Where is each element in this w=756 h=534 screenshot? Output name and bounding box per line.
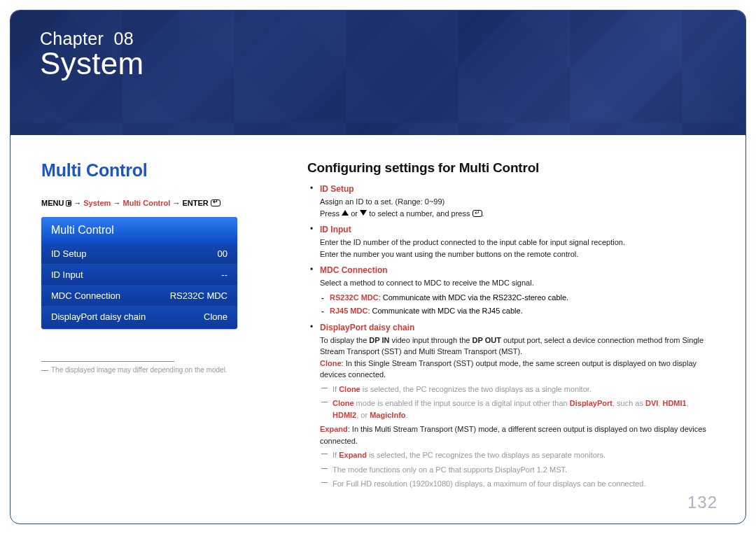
- text: To display the: [320, 336, 369, 344]
- hl: Clone: [332, 399, 354, 407]
- text: is selected, the PC recognizes the two d…: [360, 385, 592, 393]
- osd-value: Clone: [204, 311, 227, 322]
- item-body: To display the DP IN video input through…: [320, 335, 715, 358]
- footnote-text: The displayed image may differ depending…: [51, 366, 227, 374]
- item-head: ID Setup: [320, 184, 715, 194]
- text: ,: [687, 399, 689, 407]
- note-clone-single: If Clone is selected, the PC recognizes …: [320, 384, 715, 395]
- osd-title: Multi Control: [41, 217, 237, 244]
- osd-row-id-setup: ID Setup 00: [41, 244, 237, 264]
- osd-label: MDC Connection: [51, 290, 120, 301]
- text: If: [332, 385, 339, 393]
- text: video input through the: [389, 336, 472, 344]
- chapter-title: System: [40, 46, 720, 81]
- item-mdc-connection: MDC Connection Select a method to connec…: [307, 265, 715, 317]
- up-arrow-icon: [342, 210, 349, 216]
- expand-hl: Expand: [320, 425, 348, 433]
- text: , such as: [612, 399, 645, 407]
- menu-icon: III: [66, 200, 71, 206]
- text: is selected, the PC recognizes the two d…: [367, 451, 606, 459]
- text: Press: [320, 209, 342, 218]
- hl: Expand: [339, 451, 367, 459]
- note-fullhd: For Full HD resolution (1920x1080) displ…: [320, 478, 715, 490]
- clone-hl: Clone: [320, 359, 342, 367]
- chapter-banner: Chapter 08 System: [10, 10, 746, 135]
- breadcrumb-enter: ENTER: [182, 199, 208, 207]
- enter-icon: [211, 199, 220, 206]
- breadcrumb-arrow-2: →: [113, 199, 120, 207]
- bold-text: DP OUT: [472, 336, 501, 344]
- page-number: 132: [687, 493, 718, 512]
- sub-hl: RJ45 MDC: [330, 307, 368, 315]
- osd-row-dp: DisplayPort daisy chain Clone: [41, 306, 237, 329]
- sub-rj45: RJ45 MDC: Communicate with MDC via the R…: [320, 305, 715, 317]
- osd-row-mdc: MDC Connection RS232C MDC: [41, 285, 237, 306]
- osd-label: ID Setup: [51, 248, 87, 259]
- breadcrumb-multi: Multi Control: [123, 199, 171, 207]
- breadcrumb-arrow-3: →: [172, 199, 180, 207]
- item-head: MDC Connection: [320, 265, 715, 275]
- item-body: Press or to select a number, and press .: [320, 208, 715, 220]
- text: or: [349, 209, 360, 218]
- hl: DVI: [645, 399, 658, 407]
- breadcrumb-system: System: [83, 199, 111, 207]
- osd-label: ID Input: [51, 269, 83, 280]
- config-title: Configuring settings for Multi Control: [307, 160, 715, 176]
- text: , or: [356, 411, 370, 419]
- text: : In this Multi Stream Transport (MST) m…: [320, 425, 706, 445]
- dash-icon: ―: [41, 366, 48, 374]
- osd-label: DisplayPort daisy chain: [51, 311, 146, 322]
- section-title: Multi Control: [41, 160, 279, 181]
- item-body: Assign an ID to a set. (Range: 0~99): [320, 196, 715, 208]
- text: : In this Single Stream Transport (SST) …: [320, 359, 696, 379]
- osd-value: --: [221, 269, 227, 280]
- breadcrumb-arrow-1: →: [74, 199, 81, 207]
- note-mst-support: The mode functions only on a PC that sup…: [320, 464, 715, 476]
- hl: Clone: [339, 385, 360, 393]
- chapter-prefix-text: Chapter: [40, 29, 104, 48]
- sub-rs232c: RS232C MDC: Communicate with MDC via the…: [320, 292, 715, 304]
- hl: HDMI1: [662, 399, 686, 407]
- down-arrow-icon: [360, 210, 367, 216]
- bold-text: DP IN: [369, 336, 389, 344]
- osd-panel: Multi Control ID Setup 00 ID Input -- MD…: [41, 217, 237, 329]
- osd-value: RS232C MDC: [170, 290, 227, 301]
- note-expand-separate: If Expand is selected, the PC recognizes…: [320, 449, 715, 461]
- text: mode is enabled if the input source is a…: [354, 399, 570, 407]
- sub-text: : Communicate with MDC via the RJ45 cabl…: [368, 307, 522, 315]
- item-body: Clone: In this Single Stream Transport (…: [320, 358, 715, 381]
- chapter-number: 08: [114, 29, 134, 48]
- enter-icon: [472, 210, 482, 217]
- text: to select a number, and press: [367, 209, 472, 218]
- item-body: Enter the ID number of the product conne…: [320, 237, 715, 248]
- osd-value: 00: [218, 248, 227, 259]
- item-head: DisplayPort daisy chain: [320, 323, 715, 332]
- item-body: Enter the number you want using the numb…: [320, 248, 715, 260]
- item-head: ID Input: [320, 225, 715, 234]
- hl: DisplayPort: [570, 399, 612, 407]
- breadcrumb-menu: MENU: [41, 199, 64, 207]
- footnote: ―The displayed image may differ dependin…: [41, 366, 279, 374]
- footnote-rule: [41, 361, 174, 362]
- sub-text: : Communicate with MDC via the RS232C-st…: [379, 293, 568, 302]
- item-id-input: ID Input Enter the ID number of the prod…: [307, 225, 715, 260]
- note-clone-sources: Clone mode is enabled if the input sourc…: [320, 398, 715, 421]
- osd-row-id-input: ID Input --: [41, 264, 237, 285]
- item-body: Select a method to connect to MDC to rec…: [320, 277, 715, 289]
- item-body: Expand: In this Multi Stream Transport (…: [320, 423, 715, 447]
- breadcrumb: MENU III → System → Multi Control → ENTE…: [41, 199, 279, 207]
- sub-hl: RS232C MDC: [330, 293, 379, 302]
- text: .: [406, 411, 408, 419]
- text: .: [482, 209, 484, 218]
- item-dp-daisy-chain: DisplayPort daisy chain To display the D…: [307, 323, 715, 490]
- hl: MagicInfo: [370, 411, 405, 419]
- text: If: [332, 451, 339, 459]
- item-id-setup: ID Setup Assign an ID to a set. (Range: …: [307, 184, 715, 219]
- hl: HDMI2: [332, 411, 356, 419]
